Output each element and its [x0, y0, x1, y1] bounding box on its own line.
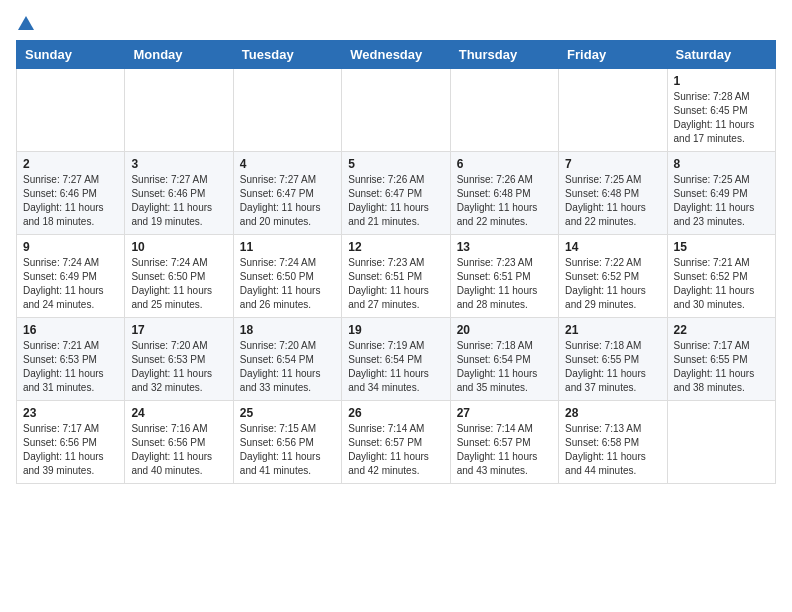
- day-number: 19: [348, 323, 443, 337]
- calendar-header-monday: Monday: [125, 41, 233, 69]
- day-info: Sunrise: 7:25 AM Sunset: 6:49 PM Dayligh…: [674, 173, 769, 229]
- day-number: 12: [348, 240, 443, 254]
- calendar-cell: [233, 69, 341, 152]
- day-info: Sunrise: 7:25 AM Sunset: 6:48 PM Dayligh…: [565, 173, 660, 229]
- day-number: 3: [131, 157, 226, 171]
- calendar-cell: 22Sunrise: 7:17 AM Sunset: 6:55 PM Dayli…: [667, 318, 775, 401]
- calendar-header-thursday: Thursday: [450, 41, 558, 69]
- day-number: 2: [23, 157, 118, 171]
- day-info: Sunrise: 7:21 AM Sunset: 6:52 PM Dayligh…: [674, 256, 769, 312]
- calendar-week-row: 2Sunrise: 7:27 AM Sunset: 6:46 PM Daylig…: [17, 152, 776, 235]
- day-info: Sunrise: 7:26 AM Sunset: 6:48 PM Dayligh…: [457, 173, 552, 229]
- calendar-cell: 20Sunrise: 7:18 AM Sunset: 6:54 PM Dayli…: [450, 318, 558, 401]
- calendar-cell: [667, 401, 775, 484]
- day-info: Sunrise: 7:27 AM Sunset: 6:47 PM Dayligh…: [240, 173, 335, 229]
- day-number: 10: [131, 240, 226, 254]
- day-info: Sunrise: 7:15 AM Sunset: 6:56 PM Dayligh…: [240, 422, 335, 478]
- day-number: 6: [457, 157, 552, 171]
- day-number: 17: [131, 323, 226, 337]
- calendar-header-friday: Friday: [559, 41, 667, 69]
- calendar-cell: 26Sunrise: 7:14 AM Sunset: 6:57 PM Dayli…: [342, 401, 450, 484]
- calendar-table: SundayMondayTuesdayWednesdayThursdayFrid…: [16, 40, 776, 484]
- day-info: Sunrise: 7:21 AM Sunset: 6:53 PM Dayligh…: [23, 339, 118, 395]
- day-number: 18: [240, 323, 335, 337]
- day-info: Sunrise: 7:14 AM Sunset: 6:57 PM Dayligh…: [457, 422, 552, 478]
- calendar-cell: [342, 69, 450, 152]
- day-info: Sunrise: 7:18 AM Sunset: 6:55 PM Dayligh…: [565, 339, 660, 395]
- day-info: Sunrise: 7:16 AM Sunset: 6:56 PM Dayligh…: [131, 422, 226, 478]
- calendar-cell: 1Sunrise: 7:28 AM Sunset: 6:45 PM Daylig…: [667, 69, 775, 152]
- calendar-cell: 24Sunrise: 7:16 AM Sunset: 6:56 PM Dayli…: [125, 401, 233, 484]
- calendar-header-sunday: Sunday: [17, 41, 125, 69]
- calendar-cell: [125, 69, 233, 152]
- calendar-cell: 21Sunrise: 7:18 AM Sunset: 6:55 PM Dayli…: [559, 318, 667, 401]
- logo-triangle-icon: [18, 16, 34, 30]
- day-info: Sunrise: 7:27 AM Sunset: 6:46 PM Dayligh…: [23, 173, 118, 229]
- calendar-header-wednesday: Wednesday: [342, 41, 450, 69]
- logo: [16, 16, 34, 30]
- day-number: 25: [240, 406, 335, 420]
- calendar-header-saturday: Saturday: [667, 41, 775, 69]
- day-info: Sunrise: 7:20 AM Sunset: 6:54 PM Dayligh…: [240, 339, 335, 395]
- day-info: Sunrise: 7:20 AM Sunset: 6:53 PM Dayligh…: [131, 339, 226, 395]
- calendar-cell: 16Sunrise: 7:21 AM Sunset: 6:53 PM Dayli…: [17, 318, 125, 401]
- calendar-cell: 12Sunrise: 7:23 AM Sunset: 6:51 PM Dayli…: [342, 235, 450, 318]
- day-number: 20: [457, 323, 552, 337]
- day-number: 1: [674, 74, 769, 88]
- calendar-week-row: 16Sunrise: 7:21 AM Sunset: 6:53 PM Dayli…: [17, 318, 776, 401]
- calendar-week-row: 23Sunrise: 7:17 AM Sunset: 6:56 PM Dayli…: [17, 401, 776, 484]
- day-number: 7: [565, 157, 660, 171]
- calendar-cell: 19Sunrise: 7:19 AM Sunset: 6:54 PM Dayli…: [342, 318, 450, 401]
- day-number: 23: [23, 406, 118, 420]
- day-number: 28: [565, 406, 660, 420]
- day-info: Sunrise: 7:17 AM Sunset: 6:55 PM Dayligh…: [674, 339, 769, 395]
- day-number: 8: [674, 157, 769, 171]
- calendar-cell: 8Sunrise: 7:25 AM Sunset: 6:49 PM Daylig…: [667, 152, 775, 235]
- day-number: 24: [131, 406, 226, 420]
- day-number: 5: [348, 157, 443, 171]
- day-number: 15: [674, 240, 769, 254]
- day-number: 14: [565, 240, 660, 254]
- day-info: Sunrise: 7:17 AM Sunset: 6:56 PM Dayligh…: [23, 422, 118, 478]
- calendar-cell: 23Sunrise: 7:17 AM Sunset: 6:56 PM Dayli…: [17, 401, 125, 484]
- calendar-cell: [559, 69, 667, 152]
- day-info: Sunrise: 7:23 AM Sunset: 6:51 PM Dayligh…: [348, 256, 443, 312]
- day-info: Sunrise: 7:24 AM Sunset: 6:50 PM Dayligh…: [240, 256, 335, 312]
- day-info: Sunrise: 7:23 AM Sunset: 6:51 PM Dayligh…: [457, 256, 552, 312]
- calendar-cell: 28Sunrise: 7:13 AM Sunset: 6:58 PM Dayli…: [559, 401, 667, 484]
- calendar-cell: 27Sunrise: 7:14 AM Sunset: 6:57 PM Dayli…: [450, 401, 558, 484]
- day-info: Sunrise: 7:19 AM Sunset: 6:54 PM Dayligh…: [348, 339, 443, 395]
- calendar-cell: 5Sunrise: 7:26 AM Sunset: 6:47 PM Daylig…: [342, 152, 450, 235]
- calendar-cell: 6Sunrise: 7:26 AM Sunset: 6:48 PM Daylig…: [450, 152, 558, 235]
- calendar-cell: 17Sunrise: 7:20 AM Sunset: 6:53 PM Dayli…: [125, 318, 233, 401]
- calendar-cell: [450, 69, 558, 152]
- day-number: 13: [457, 240, 552, 254]
- calendar-header-tuesday: Tuesday: [233, 41, 341, 69]
- calendar-cell: 10Sunrise: 7:24 AM Sunset: 6:50 PM Dayli…: [125, 235, 233, 318]
- day-number: 27: [457, 406, 552, 420]
- calendar-cell: 15Sunrise: 7:21 AM Sunset: 6:52 PM Dayli…: [667, 235, 775, 318]
- day-info: Sunrise: 7:26 AM Sunset: 6:47 PM Dayligh…: [348, 173, 443, 229]
- day-number: 4: [240, 157, 335, 171]
- day-info: Sunrise: 7:24 AM Sunset: 6:49 PM Dayligh…: [23, 256, 118, 312]
- header: [16, 16, 776, 30]
- day-info: Sunrise: 7:24 AM Sunset: 6:50 PM Dayligh…: [131, 256, 226, 312]
- calendar-header-row: SundayMondayTuesdayWednesdayThursdayFrid…: [17, 41, 776, 69]
- calendar-cell: 4Sunrise: 7:27 AM Sunset: 6:47 PM Daylig…: [233, 152, 341, 235]
- day-number: 16: [23, 323, 118, 337]
- calendar-cell: 9Sunrise: 7:24 AM Sunset: 6:49 PM Daylig…: [17, 235, 125, 318]
- day-number: 11: [240, 240, 335, 254]
- day-info: Sunrise: 7:22 AM Sunset: 6:52 PM Dayligh…: [565, 256, 660, 312]
- day-number: 21: [565, 323, 660, 337]
- calendar-cell: 14Sunrise: 7:22 AM Sunset: 6:52 PM Dayli…: [559, 235, 667, 318]
- calendar-week-row: 1Sunrise: 7:28 AM Sunset: 6:45 PM Daylig…: [17, 69, 776, 152]
- calendar-cell: 2Sunrise: 7:27 AM Sunset: 6:46 PM Daylig…: [17, 152, 125, 235]
- day-info: Sunrise: 7:28 AM Sunset: 6:45 PM Dayligh…: [674, 90, 769, 146]
- calendar-cell: 25Sunrise: 7:15 AM Sunset: 6:56 PM Dayli…: [233, 401, 341, 484]
- calendar-cell: 3Sunrise: 7:27 AM Sunset: 6:46 PM Daylig…: [125, 152, 233, 235]
- day-number: 9: [23, 240, 118, 254]
- calendar-week-row: 9Sunrise: 7:24 AM Sunset: 6:49 PM Daylig…: [17, 235, 776, 318]
- day-info: Sunrise: 7:14 AM Sunset: 6:57 PM Dayligh…: [348, 422, 443, 478]
- calendar-cell: 18Sunrise: 7:20 AM Sunset: 6:54 PM Dayli…: [233, 318, 341, 401]
- calendar-cell: [17, 69, 125, 152]
